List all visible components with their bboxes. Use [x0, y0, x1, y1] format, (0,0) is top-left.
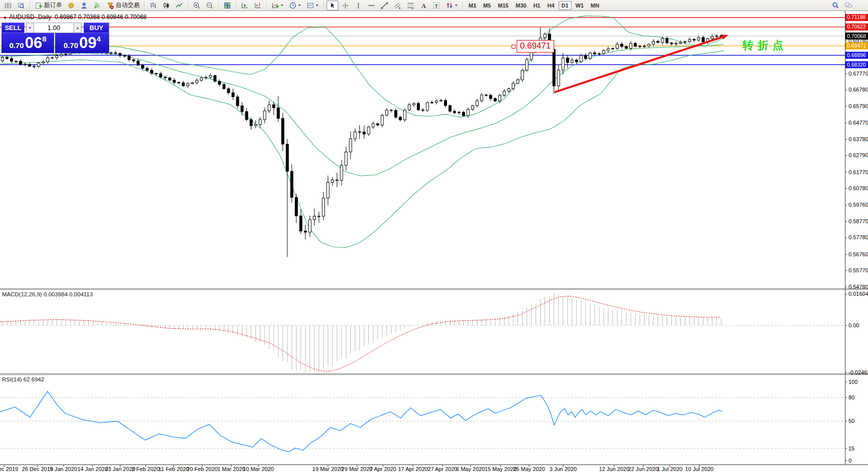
community-button[interactable]	[78, 1, 90, 11]
text-button[interactable]: A	[417, 1, 429, 11]
svg-text:26 Dec 2019: 26 Dec 2019	[22, 466, 53, 472]
auto-scroll-button[interactable]	[239, 1, 251, 11]
svg-text:0.68896: 0.68896	[847, 52, 866, 58]
sell-price-point: 8	[42, 35, 46, 43]
text-icon: A	[419, 2, 427, 10]
svg-text:A: A	[421, 2, 426, 9]
svg-text:0.68320: 0.68320	[847, 62, 866, 68]
timeframe-h1[interactable]: H1	[530, 1, 543, 10]
chevron-down-icon	[455, 4, 458, 7]
candlestick-chart-button[interactable]	[160, 1, 172, 11]
autotrading-button[interactable]: 自动交易	[104, 1, 142, 11]
svg-text:0.64770: 0.64770	[848, 120, 868, 126]
volume-increase-button[interactable]: ▲	[74, 23, 82, 33]
fibonacci-button[interactable]: F	[404, 1, 416, 11]
templates-button[interactable]	[304, 1, 321, 11]
buy-price-button[interactable]: 0.70 09 4	[55, 33, 109, 53]
svg-text:0.56760: 0.56760	[848, 251, 868, 257]
svg-text:15 May 2020: 15 May 2020	[485, 466, 517, 472]
svg-text:0.00: 0.00	[848, 322, 859, 328]
svg-text:0.59760: 0.59760	[848, 202, 868, 208]
equidistant-channel-button[interactable]: E	[391, 1, 403, 11]
trendline-icon	[380, 2, 388, 10]
zoom-in-button[interactable]	[191, 1, 203, 11]
autotrading-button-label: 自动交易	[116, 1, 140, 10]
timeframe-d1-label: D1	[562, 3, 569, 9]
svg-text:27 Apr 2020: 27 Apr 2020	[427, 466, 457, 472]
volume-decrease-button[interactable]: ▼	[26, 23, 34, 33]
timeframe-w1[interactable]: W1	[573, 1, 587, 10]
market-watch-button[interactable]	[2, 1, 14, 11]
svg-text:0.70068: 0.70068	[847, 33, 866, 39]
toolbar-right-group	[829, 1, 855, 11]
svg-text:10 Jul 2020: 10 Jul 2020	[685, 466, 714, 472]
timeframe-m30[interactable]: M30	[513, 1, 529, 10]
svg-text:5 Jan 2020: 5 Jan 2020	[50, 466, 77, 472]
crosshair-button[interactable]	[339, 1, 351, 11]
timeframe-m1[interactable]: M1	[466, 1, 479, 10]
rsi-indicator-label: RSI(14) 62.6942	[2, 376, 44, 382]
bar-chart-button[interactable]	[147, 1, 159, 11]
timeframe-h1-label: H1	[533, 3, 540, 9]
vertical-line-button[interactable]	[352, 1, 364, 11]
timeframe-m5[interactable]: M5	[480, 1, 494, 10]
svg-text:0.61770: 0.61770	[848, 169, 868, 175]
svg-text:0.69471: 0.69471	[847, 43, 866, 49]
data-window-icon	[17, 2, 25, 10]
svg-text:22 Jun 2020: 22 Jun 2020	[628, 466, 659, 472]
chart-shift-button[interactable]	[252, 1, 264, 11]
toolbar-separator	[218, 2, 219, 10]
favorites-button[interactable]	[65, 1, 77, 11]
svg-text:20 Feb 2020: 20 Feb 2020	[187, 466, 218, 472]
text-label-icon: T	[432, 2, 441, 10]
buy-price-pips: 09	[79, 34, 96, 53]
auto-scroll-icon	[241, 2, 249, 10]
new-order-button[interactable]: 新订单	[33, 1, 64, 11]
turning-point-label[interactable]: 转折点	[742, 38, 787, 53]
tile-windows-button[interactable]	[221, 1, 233, 11]
chevron-down-icon	[315, 4, 319, 7]
periods-button[interactable]	[287, 1, 303, 11]
svg-text:29 Mar 2020: 29 Mar 2020	[341, 466, 372, 472]
timeframe-mn[interactable]: MN	[588, 1, 602, 10]
horizontal-line-button[interactable]	[365, 1, 377, 11]
indicators-button[interactable]	[269, 1, 286, 11]
new-order-button-label: 新订单	[44, 1, 62, 10]
svg-text:E: E	[399, 6, 401, 9]
text-label-button[interactable]: T	[430, 1, 443, 11]
price-callout[interactable]: 0.69471	[517, 40, 554, 53]
toolbar-separator	[323, 2, 324, 10]
timeframe-d1[interactable]: D1	[559, 1, 572, 10]
line-chart-button[interactable]	[173, 1, 185, 11]
zoom-out-button[interactable]	[204, 1, 216, 11]
vertical-line-icon	[354, 2, 362, 10]
community-icon	[80, 2, 88, 10]
search-button[interactable]	[829, 1, 841, 11]
data-window-button[interactable]	[15, 1, 27, 11]
sell-price-prefix: 0.70	[9, 41, 24, 50]
svg-text:15: 15	[848, 445, 854, 451]
timeframe-m1-label: M1	[469, 3, 476, 9]
buy-button[interactable]: BUY	[84, 23, 109, 33]
signals-button[interactable]	[91, 1, 103, 11]
arrows-button[interactable]	[444, 1, 460, 11]
timeframe-m15[interactable]: M15	[495, 1, 512, 10]
arrows-icon	[446, 2, 454, 10]
chat-button[interactable]	[842, 1, 854, 11]
timeframe-h4[interactable]: H4	[544, 1, 557, 10]
crosshair-icon	[341, 2, 349, 10]
svg-text:7 Dec 2019: 7 Dec 2019	[0, 466, 18, 472]
svg-text:80: 80	[848, 394, 854, 400]
volume-input[interactable]	[34, 23, 74, 33]
timeframe-h4-label: H4	[547, 3, 554, 9]
market-watch-icon	[4, 2, 12, 10]
sell-price-button[interactable]: 0.70 06 8	[2, 33, 54, 53]
svg-text:6 May 2020: 6 May 2020	[456, 466, 485, 472]
sell-button[interactable]: SELL	[2, 23, 25, 33]
one-click-trading-panel: SELL ▼ ▲ BUY 0.70 06 8 0.70 09 4	[2, 23, 109, 53]
zoom-in-icon	[193, 2, 201, 10]
cursor-button[interactable]	[326, 1, 338, 11]
trendline-button[interactable]	[378, 1, 390, 11]
periods-icon	[289, 2, 297, 10]
chart-canvas[interactable]: 0.697800.687900.677700.667800.657900.647…	[0, 0, 868, 472]
